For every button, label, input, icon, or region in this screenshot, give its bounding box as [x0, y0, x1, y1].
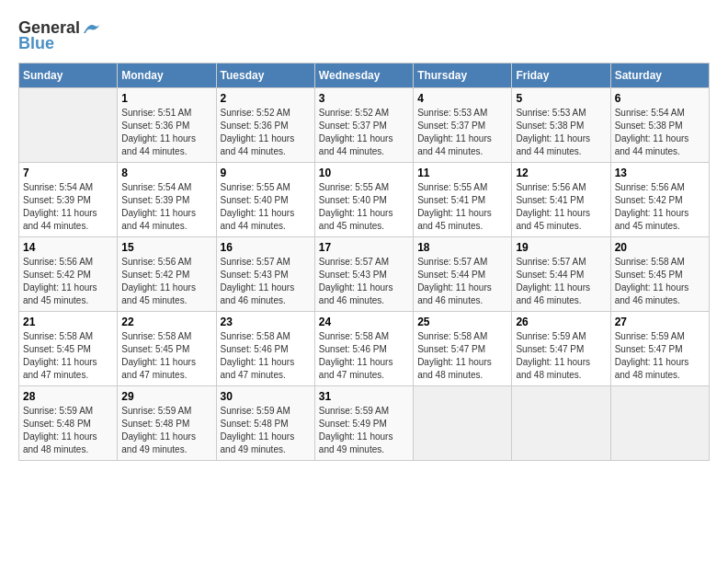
calendar-cell: 3Sunrise: 5:52 AMSunset: 5:37 PMDaylight…	[314, 88, 413, 163]
day-info: Sunrise: 5:52 AMSunset: 5:37 PMDaylight:…	[319, 107, 409, 158]
logo: General Blue	[18, 18, 102, 53]
calendar-cell: 18Sunrise: 5:57 AMSunset: 5:44 PMDayligh…	[414, 237, 512, 312]
day-info: Sunrise: 5:58 AMSunset: 5:46 PMDaylight:…	[221, 330, 311, 382]
day-info: Sunrise: 5:54 AMSunset: 5:39 PMDaylight:…	[121, 181, 211, 233]
day-info: Sunrise: 5:58 AMSunset: 5:45 PMDaylight:…	[121, 330, 211, 382]
calendar-cell: 12Sunrise: 5:56 AMSunset: 5:41 PMDayligh…	[512, 163, 610, 237]
day-number: 13	[615, 167, 705, 179]
day-number: 2	[221, 92, 311, 105]
day-info: Sunrise: 5:59 AMSunset: 5:47 PMDaylight:…	[516, 330, 606, 382]
day-info: Sunrise: 5:55 AMSunset: 5:40 PMDaylight:…	[221, 181, 311, 233]
day-info: Sunrise: 5:57 AMSunset: 5:43 PMDaylight:…	[319, 256, 409, 307]
logo-bird-icon	[82, 20, 102, 37]
calendar-cell	[512, 386, 610, 461]
calendar-cell: 10Sunrise: 5:55 AMSunset: 5:40 PMDayligh…	[314, 163, 413, 237]
calendar-cell: 1Sunrise: 5:51 AMSunset: 5:36 PMDaylight…	[118, 88, 216, 163]
day-info: Sunrise: 5:54 AMSunset: 5:39 PMDaylight:…	[23, 181, 113, 233]
day-info: Sunrise: 5:59 AMSunset: 5:48 PMDaylight:…	[23, 405, 113, 456]
calendar-table: SundayMondayTuesdayWednesdayThursdayFrid…	[18, 63, 710, 461]
calendar-week-row: 14Sunrise: 5:56 AMSunset: 5:42 PMDayligh…	[19, 237, 710, 312]
calendar-cell: 14Sunrise: 5:56 AMSunset: 5:42 PMDayligh…	[19, 237, 118, 312]
calendar-week-row: 7Sunrise: 5:54 AMSunset: 5:39 PMDaylight…	[19, 163, 710, 237]
weekday-header-monday: Monday	[118, 63, 216, 88]
calendar-cell: 2Sunrise: 5:52 AMSunset: 5:36 PMDaylight…	[216, 88, 314, 163]
calendar-week-row: 21Sunrise: 5:58 AMSunset: 5:45 PMDayligh…	[19, 312, 710, 386]
weekday-header-wednesday: Wednesday	[314, 63, 413, 88]
day-number: 9	[221, 167, 311, 179]
day-info: Sunrise: 5:56 AMSunset: 5:42 PMDaylight:…	[23, 256, 113, 307]
calendar-cell: 25Sunrise: 5:58 AMSunset: 5:47 PMDayligh…	[414, 312, 512, 386]
day-number: 27	[615, 316, 705, 328]
day-info: Sunrise: 5:51 AMSunset: 5:36 PMDaylight:…	[121, 107, 211, 158]
day-info: Sunrise: 5:56 AMSunset: 5:42 PMDaylight:…	[121, 256, 211, 307]
calendar-cell: 24Sunrise: 5:58 AMSunset: 5:46 PMDayligh…	[314, 312, 413, 386]
day-info: Sunrise: 5:56 AMSunset: 5:42 PMDaylight:…	[615, 181, 705, 233]
calendar-cell: 6Sunrise: 5:54 AMSunset: 5:38 PMDaylight…	[610, 88, 709, 163]
day-number: 16	[221, 241, 311, 254]
calendar-cell: 8Sunrise: 5:54 AMSunset: 5:39 PMDaylight…	[118, 163, 216, 237]
calendar-cell: 4Sunrise: 5:53 AMSunset: 5:37 PMDaylight…	[414, 88, 512, 163]
calendar-cell: 15Sunrise: 5:56 AMSunset: 5:42 PMDayligh…	[118, 237, 216, 312]
calendar-cell	[414, 386, 512, 461]
day-number: 6	[615, 92, 705, 105]
day-number: 24	[319, 316, 409, 328]
calendar-cell: 7Sunrise: 5:54 AMSunset: 5:39 PMDaylight…	[19, 163, 118, 237]
page-header: General Blue	[18, 18, 710, 53]
day-info: Sunrise: 5:52 AMSunset: 5:36 PMDaylight:…	[221, 107, 311, 158]
day-info: Sunrise: 5:54 AMSunset: 5:38 PMDaylight:…	[615, 107, 705, 158]
calendar-cell: 16Sunrise: 5:57 AMSunset: 5:43 PMDayligh…	[216, 237, 314, 312]
day-number: 11	[417, 167, 507, 179]
day-number: 7	[23, 167, 113, 179]
calendar-cell: 21Sunrise: 5:58 AMSunset: 5:45 PMDayligh…	[19, 312, 118, 386]
day-number: 17	[319, 241, 409, 254]
day-number: 21	[23, 316, 113, 328]
day-number: 23	[221, 316, 311, 328]
calendar-cell: 11Sunrise: 5:55 AMSunset: 5:41 PMDayligh…	[414, 163, 512, 237]
day-number: 1	[121, 92, 211, 105]
day-number: 8	[121, 167, 211, 179]
day-info: Sunrise: 5:57 AMSunset: 5:44 PMDaylight:…	[516, 256, 606, 307]
day-number: 30	[221, 390, 311, 403]
day-number: 28	[23, 390, 113, 403]
day-info: Sunrise: 5:53 AMSunset: 5:38 PMDaylight:…	[516, 107, 606, 158]
weekday-header-tuesday: Tuesday	[216, 63, 314, 88]
calendar-cell: 17Sunrise: 5:57 AMSunset: 5:43 PMDayligh…	[314, 237, 413, 312]
day-number: 15	[121, 241, 211, 254]
day-info: Sunrise: 5:59 AMSunset: 5:47 PMDaylight:…	[615, 330, 705, 382]
day-number: 26	[516, 316, 606, 328]
weekday-header-saturday: Saturday	[610, 63, 709, 88]
calendar-cell: 28Sunrise: 5:59 AMSunset: 5:48 PMDayligh…	[19, 386, 118, 461]
day-number: 4	[417, 92, 507, 105]
day-info: Sunrise: 5:58 AMSunset: 5:47 PMDaylight:…	[417, 330, 507, 382]
day-number: 29	[121, 390, 211, 403]
calendar-cell: 29Sunrise: 5:59 AMSunset: 5:48 PMDayligh…	[118, 386, 216, 461]
weekday-header-thursday: Thursday	[414, 63, 512, 88]
weekday-header-friday: Friday	[512, 63, 610, 88]
day-number: 3	[319, 92, 409, 105]
weekday-header-sunday: Sunday	[19, 63, 118, 88]
calendar-cell: 20Sunrise: 5:58 AMSunset: 5:45 PMDayligh…	[610, 237, 709, 312]
day-number: 19	[516, 241, 606, 254]
day-info: Sunrise: 5:57 AMSunset: 5:43 PMDaylight:…	[221, 256, 311, 307]
calendar-cell	[19, 88, 118, 163]
weekday-header-row: SundayMondayTuesdayWednesdayThursdayFrid…	[19, 63, 710, 88]
day-number: 12	[516, 167, 606, 179]
day-info: Sunrise: 5:53 AMSunset: 5:37 PMDaylight:…	[417, 107, 507, 158]
calendar-cell: 26Sunrise: 5:59 AMSunset: 5:47 PMDayligh…	[512, 312, 610, 386]
day-number: 31	[319, 390, 409, 403]
day-number: 5	[516, 92, 606, 105]
day-info: Sunrise: 5:55 AMSunset: 5:41 PMDaylight:…	[417, 181, 507, 233]
day-info: Sunrise: 5:58 AMSunset: 5:45 PMDaylight:…	[23, 330, 113, 382]
day-info: Sunrise: 5:55 AMSunset: 5:40 PMDaylight:…	[319, 181, 409, 233]
day-number: 20	[615, 241, 705, 254]
calendar-cell: 31Sunrise: 5:59 AMSunset: 5:49 PMDayligh…	[314, 386, 413, 461]
calendar-cell: 19Sunrise: 5:57 AMSunset: 5:44 PMDayligh…	[512, 237, 610, 312]
day-number: 18	[417, 241, 507, 254]
day-number: 22	[121, 316, 211, 328]
calendar-cell	[610, 386, 709, 461]
calendar-week-row: 1Sunrise: 5:51 AMSunset: 5:36 PMDaylight…	[19, 88, 710, 163]
day-number: 10	[319, 167, 409, 179]
logo-blue: Blue	[18, 34, 54, 53]
day-number: 25	[417, 316, 507, 328]
calendar-cell: 30Sunrise: 5:59 AMSunset: 5:48 PMDayligh…	[216, 386, 314, 461]
